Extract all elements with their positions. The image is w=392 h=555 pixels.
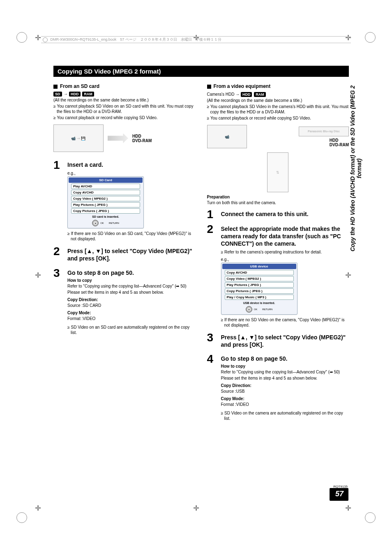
right-bullet-1: You cannot playback SD Video in the came… <box>210 104 349 115</box>
right-step-1: 1 Connect the camera to this unit. <box>207 209 349 220</box>
copy-direction-value: Source :SD CARD <box>67 303 196 308</box>
right-heading: From a video equipment <box>207 83 349 89</box>
how-to-copy-label: How to copy <box>221 364 349 368</box>
reg-mark-tl <box>16 32 27 43</box>
step-number: 3 <box>53 267 62 336</box>
left-bullet-2: You cannot playback or record while copy… <box>57 115 196 120</box>
menu-item: Play Pictures ( JPEG ) <box>225 282 294 288</box>
reg-cross-bl: ✛ <box>35 504 41 513</box>
left-column: From an SD card SD → HDD RAM (All the re… <box>53 82 196 425</box>
ok-wheel-icon: ● <box>92 220 99 226</box>
howto-p1: Refer to "Copying using the copying list… <box>221 369 349 375</box>
two-columns: From an SD card SD → HDD RAM (All the re… <box>53 82 349 425</box>
copy-direction-value: Source :USB <box>221 389 349 394</box>
menu-controls: ● OK RETURN <box>222 305 296 313</box>
step2-sub: Refer to the camera's operating instruct… <box>224 249 349 255</box>
menu-item: Copy AVCHD <box>71 190 140 195</box>
step-number: 4 <box>207 353 216 422</box>
preparation-text: Turn on both this unit and the camera. <box>207 200 349 205</box>
right-step-2: 2 Select the appropriate mode that makes… <box>207 223 349 329</box>
step-number: 1 <box>207 209 216 220</box>
menu-item: Play Pictures ( JPEG ) <box>71 202 140 207</box>
badge-sd: SD <box>53 92 62 97</box>
left-note1: If there are no SD Video on an SD card, … <box>71 231 196 242</box>
step-title: Press [▲, ▼] to select "Copy Video (MPEG… <box>221 334 349 348</box>
camera-hdd-label: Camera's HDD → <box>207 92 240 97</box>
right-paren-note: (All the recordings on the same date bec… <box>207 98 349 103</box>
reg-mark-tr <box>365 32 376 43</box>
step-title: Insert a card. <box>67 161 196 168</box>
menu-item: Play AVCHD <box>71 184 140 189</box>
reg-mark-bl <box>16 512 27 523</box>
step-number: 3 <box>207 332 216 350</box>
right-column: From a video equipment Camera's HDD → HD… <box>207 82 349 425</box>
right-note2: SD Video on the camera are automatically… <box>224 410 349 421</box>
right-step-3: 3 Press [▲, ▼] to select "Copy Video (MP… <box>207 332 349 350</box>
left-heading: From an SD card <box>53 83 196 89</box>
left-paren-note: (All the recordings on the same date bec… <box>53 97 196 103</box>
copy-mode-label: Copy Mode: <box>67 311 196 315</box>
left-badges: SD → HDD RAM <box>53 92 196 97</box>
step-title: Select the appropriate mode that makes t… <box>221 225 349 248</box>
section-title: Copying SD Video (MPEG 2 format) <box>53 66 349 77</box>
howto-p2: Please set the items in step 4 and 5 as … <box>67 290 196 295</box>
eg-label: e.g., <box>67 171 196 175</box>
right-step-4: 4 Go to step 8 on page 50. How to copy R… <box>207 353 349 422</box>
badge-hdd: HDD <box>69 92 81 97</box>
camcorder-icon: 📹 ➝ 💾 <box>53 124 104 152</box>
sd-card-menu: SD Card Play AVCHD Copy AVCHD Copy Video… <box>67 176 144 228</box>
copy-mode-value: Format :VIDEO <box>221 402 349 407</box>
menu-title: USB device <box>222 264 296 269</box>
step-title: Press [▲, ▼] to select "Copy Video (MPEG… <box>67 247 196 262</box>
preparation-label: Preparation <box>207 195 349 199</box>
right-illustration: 📹 Panasonic Blu-ray Disc HDD DVD-RAM ⇅ <box>207 125 349 192</box>
side-heading: Copy the HD Video (AVCHD format) or the … <box>349 82 362 255</box>
left-step-1: 1 Insert a card. e.g., SD Card Play AVCH… <box>53 159 196 242</box>
content-area: Copying SD Video (MPEG 2 format) From an… <box>53 66 349 442</box>
badge-ram: RAM <box>254 92 266 97</box>
reg-cross-br: ✛ <box>345 504 351 513</box>
right-badges-row: Camera's HDD → HDD RAM <box>207 92 349 97</box>
menu-controls: ● OK RETURN <box>69 219 143 227</box>
copy-mode-value: Format :VIDEO <box>67 316 196 321</box>
usb-cable-icon: ⇅ <box>267 152 288 192</box>
left-bullet-1: You cannot playback SD Video on an SD ca… <box>57 104 196 114</box>
arrow-icon: → <box>64 92 68 96</box>
usb-device-menu: USB device Copy AVCHD Copy Video ( MPEG2… <box>221 263 297 315</box>
badge-hdd: HDD <box>241 92 252 97</box>
menu-item: Copy AVCHD <box>225 270 294 275</box>
reg-cross-mid-left: ✛ <box>35 271 41 280</box>
badge-ram: RAM <box>82 92 94 97</box>
menu-item: Play / Copy Music ( MP3 ) <box>225 295 294 300</box>
step-number: 1 <box>53 159 62 242</box>
menu-item: Copy Video ( MPEG2 ) <box>71 196 140 201</box>
reg-cross-bottom: ✛ <box>193 504 199 513</box>
eg-label: e.g., <box>221 257 349 262</box>
menu-title: SD Card <box>69 177 143 183</box>
left-step-3: 3 Go to step 8 on page 50. How to copy R… <box>53 267 196 336</box>
page: ✛ ✛ ✛ ✛ ✛ ✛ ✛ ✛ DMR-XW300GN~RQT9135-L_en… <box>0 0 392 555</box>
right-note1: If there are no SD Video on the camera, … <box>224 317 349 328</box>
recorder-icon: Panasonic Blu-ray Disc <box>299 127 349 136</box>
step-title: Connect the camera to this unit. <box>221 210 349 218</box>
step-number: 2 <box>207 223 216 329</box>
header-line: DMR-XW300GN~RQT9135-L_eng.book 57 ページ ２０… <box>41 36 351 43</box>
menu-item: Copy Pictures ( JPEG ) <box>71 208 140 214</box>
howto-p1: Refer to "Copying using the copying list… <box>67 283 196 289</box>
menu-item: Copy Pictures ( JPEG ) <box>225 288 294 294</box>
how-to-copy-label: How to copy <box>67 278 196 283</box>
step-title: Go to step 8 on page 50. <box>221 355 349 362</box>
right-bullet-2: You cannot playback or record while copy… <box>210 115 349 121</box>
menu-status: SD card is inserted. <box>69 214 143 219</box>
step-title: Go to step 8 on page 50. <box>67 269 196 276</box>
ok-wheel-icon: ● <box>246 306 252 313</box>
left-note2: SD Video on an SD card are automatically… <box>71 325 196 335</box>
copy-direction-label: Copy Direction: <box>67 297 196 302</box>
reg-cross-tl: ✛ <box>35 33 41 42</box>
illus-labels: HDD DVD-RAM <box>132 134 152 143</box>
menu-status: USB device is inserted. <box>222 301 296 305</box>
left-step-2: 2 Press [▲, ▼] to select "Copy Video (MP… <box>53 246 196 264</box>
header-text: DMR-XW300GN~RQT9135-L_eng.book 57 ページ ２０… <box>51 37 221 41</box>
step-number: 2 <box>53 246 62 264</box>
page-number: 57 <box>330 488 348 501</box>
